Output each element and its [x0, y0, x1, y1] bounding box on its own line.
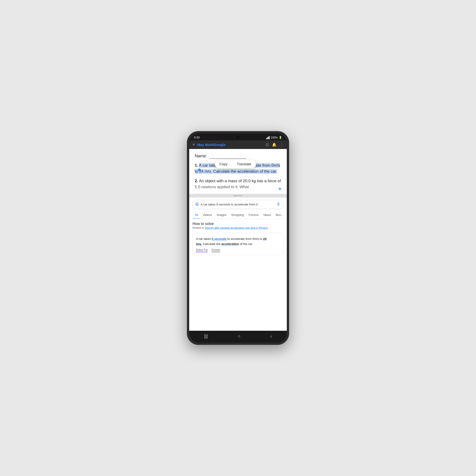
signal-bars	[266, 136, 270, 139]
nav-home-icon[interactable]: ○	[238, 334, 240, 339]
search-bar[interactable]: G A car takes 8 seconds to accelerate fr…	[192, 200, 284, 209]
document-section: Name: Copy Translate 1. A car takes 8 se…	[189, 149, 287, 194]
bookmark-icon[interactable]: ⊡	[266, 142, 269, 147]
solve-subtext: Solve For Known	[196, 248, 280, 252]
document-fade	[189, 185, 287, 194]
translate-menu-item[interactable]: Translate	[232, 160, 256, 168]
solve-card: A car takes 8 seconds to accelerate from…	[192, 233, 284, 255]
search-tabs: All Videos Images Shopping Forums News B…	[189, 211, 287, 219]
battery-icon: 🔋	[279, 136, 282, 139]
nav-menu-icon[interactable]: |||	[204, 334, 208, 339]
status-time: 9:30	[194, 136, 200, 139]
tab-images[interactable]: Images	[214, 211, 229, 219]
solve-24: 24	[263, 237, 266, 240]
solve-line1-mid: to accelerate from 0m/s to	[227, 237, 263, 240]
camera-notch	[236, 135, 240, 138]
content-area: Name: Copy Translate 1. A car takes 8 se…	[189, 149, 287, 331]
search-query-text: A car takes 8 seconds to accelerate from…	[201, 203, 274, 206]
signal-bar-1	[266, 138, 267, 139]
name-input-line[interactable]	[209, 154, 246, 159]
tab-all[interactable]: All	[192, 211, 200, 219]
browser-action-icons: ⊡ 🔔 ⋮	[266, 142, 284, 147]
known-label-wrapper: Known	[211, 248, 220, 252]
browser-title: May WorkGoogle	[197, 143, 263, 147]
google-logo: G	[195, 202, 199, 207]
tab-shopping[interactable]: Shopping	[229, 211, 246, 219]
divider-pill	[233, 195, 243, 196]
how-to-solve-section: How to solve Related to Velocity after c…	[189, 219, 287, 233]
tab-more[interactable]: Boo...	[273, 211, 286, 219]
solve-for-text[interactable]: Solve For	[196, 248, 208, 252]
notification-icon[interactable]: 🔔	[272, 142, 277, 147]
solve-card-text: A car takes 8 seconds to accelerate from…	[196, 236, 280, 247]
status-icons: 100% 🔋	[266, 136, 282, 139]
status-bar: 9:30 100% 🔋	[189, 133, 287, 140]
solve-for-label: Solve For	[196, 248, 208, 252]
solve-line1-prefix: A car takes	[196, 237, 212, 240]
name-label: Name:	[195, 154, 207, 158]
google-section: G A car takes 8 seconds to accelerate fr…	[189, 198, 287, 331]
browser-title-prefix: May Work	[197, 143, 214, 147]
solve-acceleration: acceleration	[221, 242, 239, 246]
nav-bar: ||| ○ ‹	[189, 331, 287, 343]
known-text[interactable]: Known	[211, 248, 220, 252]
signal-bar-3	[268, 137, 269, 139]
question-2-number: 2.	[195, 179, 198, 183]
browser-close-button[interactable]: ×	[192, 142, 195, 147]
tab-videos[interactable]: Videos	[200, 211, 214, 219]
nav-back-icon[interactable]: ‹	[270, 334, 272, 339]
related-text: Related to Velocity after constant accel…	[192, 226, 284, 229]
more-options-icon[interactable]: ⋮	[280, 142, 284, 147]
divider-handle[interactable]	[189, 194, 287, 198]
solve-of-car: of the car	[239, 242, 252, 246]
microphone-icon[interactable]: 🎙	[276, 202, 281, 207]
name-line: Name:	[195, 154, 281, 159]
phone-screen: 9:30 100% 🔋 × May WorkGoogle ⊡ 🔔	[189, 133, 287, 343]
solve-8-seconds: 8 seconds	[212, 237, 227, 240]
signal-bar-4	[269, 136, 270, 139]
how-to-solve-title: How to solve	[192, 222, 284, 226]
solve-calculate: Calculate the	[202, 242, 221, 246]
signal-bar-2	[267, 137, 268, 139]
browser-title-google: Google	[214, 143, 226, 147]
battery-text: 100%	[271, 136, 278, 139]
tab-forums[interactable]: Forums	[246, 211, 261, 219]
question-1-number: 1.	[195, 163, 198, 168]
solve-ms: m/s.	[196, 242, 202, 246]
context-menu: Copy Translate	[215, 160, 256, 168]
related-link[interactable]: Velocity after constant acceleration ove…	[205, 226, 268, 229]
phone-device: 9:30 100% 🔋 × May WorkGoogle ⊡ 🔔	[187, 131, 289, 345]
related-label: Related to	[192, 226, 204, 229]
copy-menu-item[interactable]: Copy	[215, 160, 232, 168]
tab-news[interactable]: News	[261, 211, 273, 219]
selection-handle-left	[198, 169, 201, 171]
browser-bar: × May WorkGoogle ⊡ 🔔 ⋮	[189, 140, 287, 149]
